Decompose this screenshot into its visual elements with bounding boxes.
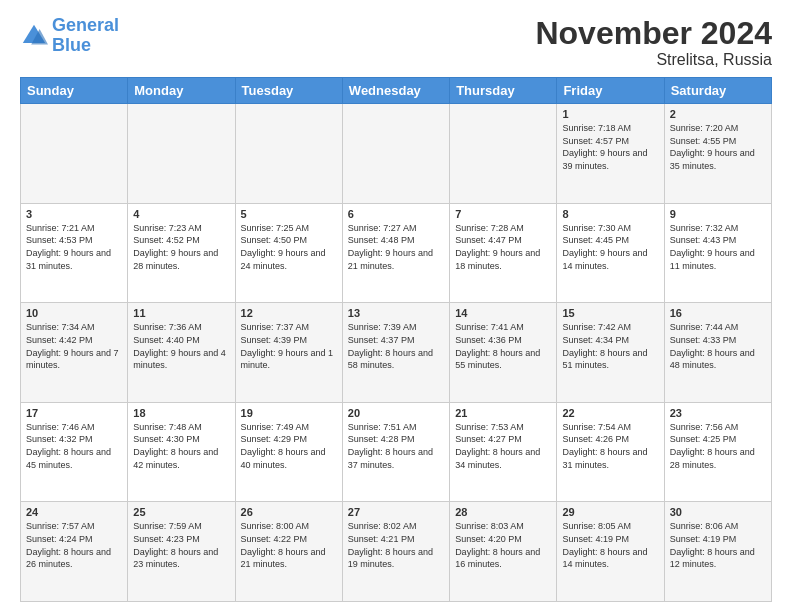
day-cell: 25Sunrise: 7:59 AM Sunset: 4:23 PM Dayli… [128,502,235,602]
day-info: Sunrise: 7:46 AM Sunset: 4:32 PM Dayligh… [26,421,122,471]
location-subtitle: Strelitsa, Russia [535,51,772,69]
day-number: 25 [133,506,229,518]
day-info: Sunrise: 7:39 AM Sunset: 4:37 PM Dayligh… [348,321,444,371]
day-number: 27 [348,506,444,518]
col-wednesday: Wednesday [342,78,449,104]
day-number: 20 [348,407,444,419]
day-number: 1 [562,108,658,120]
day-cell: 4Sunrise: 7:23 AM Sunset: 4:52 PM Daylig… [128,203,235,303]
day-number: 6 [348,208,444,220]
col-monday: Monday [128,78,235,104]
col-saturday: Saturday [664,78,771,104]
day-cell: 9Sunrise: 7:32 AM Sunset: 4:43 PM Daylig… [664,203,771,303]
day-info: Sunrise: 7:49 AM Sunset: 4:29 PM Dayligh… [241,421,337,471]
day-info: Sunrise: 7:56 AM Sunset: 4:25 PM Dayligh… [670,421,766,471]
day-info: Sunrise: 7:41 AM Sunset: 4:36 PM Dayligh… [455,321,551,371]
day-number: 7 [455,208,551,220]
day-info: Sunrise: 7:28 AM Sunset: 4:47 PM Dayligh… [455,222,551,272]
day-cell: 17Sunrise: 7:46 AM Sunset: 4:32 PM Dayli… [21,402,128,502]
logo: General Blue [20,16,119,56]
day-number: 30 [670,506,766,518]
day-cell [342,104,449,204]
day-number: 5 [241,208,337,220]
logo-line1: General [52,15,119,35]
day-cell: 1Sunrise: 7:18 AM Sunset: 4:57 PM Daylig… [557,104,664,204]
day-cell: 19Sunrise: 7:49 AM Sunset: 4:29 PM Dayli… [235,402,342,502]
day-cell: 22Sunrise: 7:54 AM Sunset: 4:26 PM Dayli… [557,402,664,502]
day-info: Sunrise: 7:44 AM Sunset: 4:33 PM Dayligh… [670,321,766,371]
day-info: Sunrise: 7:20 AM Sunset: 4:55 PM Dayligh… [670,122,766,172]
day-number: 10 [26,307,122,319]
day-cell: 11Sunrise: 7:36 AM Sunset: 4:40 PM Dayli… [128,303,235,403]
day-number: 11 [133,307,229,319]
day-info: Sunrise: 8:02 AM Sunset: 4:21 PM Dayligh… [348,520,444,570]
day-number: 21 [455,407,551,419]
day-info: Sunrise: 7:30 AM Sunset: 4:45 PM Dayligh… [562,222,658,272]
header: General Blue November 2024 Strelitsa, Ru… [20,16,772,69]
day-number: 4 [133,208,229,220]
day-number: 17 [26,407,122,419]
day-info: Sunrise: 7:32 AM Sunset: 4:43 PM Dayligh… [670,222,766,272]
day-cell: 16Sunrise: 7:44 AM Sunset: 4:33 PM Dayli… [664,303,771,403]
calendar-table: Sunday Monday Tuesday Wednesday Thursday… [20,77,772,602]
day-number: 8 [562,208,658,220]
day-cell: 21Sunrise: 7:53 AM Sunset: 4:27 PM Dayli… [450,402,557,502]
day-number: 29 [562,506,658,518]
day-number: 2 [670,108,766,120]
day-info: Sunrise: 7:37 AM Sunset: 4:39 PM Dayligh… [241,321,337,371]
day-cell: 28Sunrise: 8:03 AM Sunset: 4:20 PM Dayli… [450,502,557,602]
day-info: Sunrise: 8:06 AM Sunset: 4:19 PM Dayligh… [670,520,766,570]
day-cell [450,104,557,204]
col-tuesday: Tuesday [235,78,342,104]
day-cell [235,104,342,204]
day-cell: 26Sunrise: 8:00 AM Sunset: 4:22 PM Dayli… [235,502,342,602]
day-cell [128,104,235,204]
col-friday: Friday [557,78,664,104]
day-cell: 2Sunrise: 7:20 AM Sunset: 4:55 PM Daylig… [664,104,771,204]
title-block: November 2024 Strelitsa, Russia [535,16,772,69]
day-number: 24 [26,506,122,518]
day-info: Sunrise: 7:27 AM Sunset: 4:48 PM Dayligh… [348,222,444,272]
week-row-3: 10Sunrise: 7:34 AM Sunset: 4:42 PM Dayli… [21,303,772,403]
col-thursday: Thursday [450,78,557,104]
day-info: Sunrise: 7:53 AM Sunset: 4:27 PM Dayligh… [455,421,551,471]
logo-icon [20,22,48,50]
day-info: Sunrise: 7:48 AM Sunset: 4:30 PM Dayligh… [133,421,229,471]
day-cell: 7Sunrise: 7:28 AM Sunset: 4:47 PM Daylig… [450,203,557,303]
day-cell: 13Sunrise: 7:39 AM Sunset: 4:37 PM Dayli… [342,303,449,403]
day-cell: 12Sunrise: 7:37 AM Sunset: 4:39 PM Dayli… [235,303,342,403]
month-title: November 2024 [535,16,772,51]
day-info: Sunrise: 7:51 AM Sunset: 4:28 PM Dayligh… [348,421,444,471]
week-row-1: 1Sunrise: 7:18 AM Sunset: 4:57 PM Daylig… [21,104,772,204]
week-row-2: 3Sunrise: 7:21 AM Sunset: 4:53 PM Daylig… [21,203,772,303]
day-info: Sunrise: 8:03 AM Sunset: 4:20 PM Dayligh… [455,520,551,570]
day-number: 26 [241,506,337,518]
day-cell: 30Sunrise: 8:06 AM Sunset: 4:19 PM Dayli… [664,502,771,602]
day-info: Sunrise: 7:23 AM Sunset: 4:52 PM Dayligh… [133,222,229,272]
day-number: 16 [670,307,766,319]
day-cell: 20Sunrise: 7:51 AM Sunset: 4:28 PM Dayli… [342,402,449,502]
day-cell: 6Sunrise: 7:27 AM Sunset: 4:48 PM Daylig… [342,203,449,303]
day-info: Sunrise: 7:25 AM Sunset: 4:50 PM Dayligh… [241,222,337,272]
day-cell: 3Sunrise: 7:21 AM Sunset: 4:53 PM Daylig… [21,203,128,303]
day-cell: 14Sunrise: 7:41 AM Sunset: 4:36 PM Dayli… [450,303,557,403]
logo-text: General Blue [52,16,119,56]
day-cell [21,104,128,204]
day-info: Sunrise: 7:34 AM Sunset: 4:42 PM Dayligh… [26,321,122,371]
day-info: Sunrise: 7:57 AM Sunset: 4:24 PM Dayligh… [26,520,122,570]
page: General Blue November 2024 Strelitsa, Ru… [0,0,792,612]
calendar-header-row: Sunday Monday Tuesday Wednesday Thursday… [21,78,772,104]
day-info: Sunrise: 7:36 AM Sunset: 4:40 PM Dayligh… [133,321,229,371]
day-number: 28 [455,506,551,518]
day-info: Sunrise: 7:59 AM Sunset: 4:23 PM Dayligh… [133,520,229,570]
day-cell: 27Sunrise: 8:02 AM Sunset: 4:21 PM Dayli… [342,502,449,602]
day-info: Sunrise: 7:21 AM Sunset: 4:53 PM Dayligh… [26,222,122,272]
day-cell: 5Sunrise: 7:25 AM Sunset: 4:50 PM Daylig… [235,203,342,303]
week-row-5: 24Sunrise: 7:57 AM Sunset: 4:24 PM Dayli… [21,502,772,602]
day-cell: 23Sunrise: 7:56 AM Sunset: 4:25 PM Dayli… [664,402,771,502]
day-number: 22 [562,407,658,419]
day-number: 19 [241,407,337,419]
day-info: Sunrise: 8:05 AM Sunset: 4:19 PM Dayligh… [562,520,658,570]
day-number: 12 [241,307,337,319]
day-number: 18 [133,407,229,419]
